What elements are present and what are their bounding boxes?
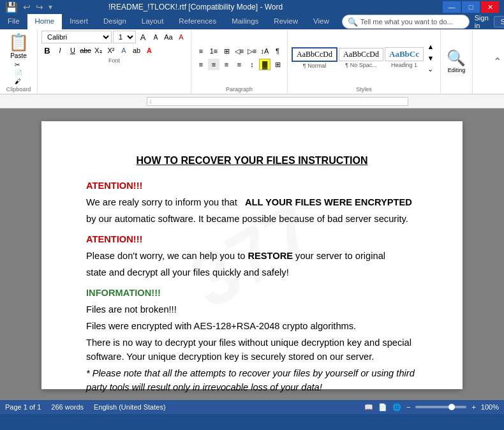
styles-group: AaBbCcDd ¶ Normal AaBbCcDd ¶ No Spac... … bbox=[288, 29, 441, 94]
title-bar-customize[interactable]: ▾ bbox=[48, 3, 52, 11]
font-group: Calibri 14 A A Aa A B I U abc X₂ X² A ab… bbox=[38, 29, 191, 94]
bold-button[interactable]: B bbox=[41, 45, 53, 56]
bullets-button[interactable]: ≡ bbox=[195, 45, 207, 57]
change-case-button[interactable]: Aa bbox=[163, 31, 174, 43]
tab-mailings[interactable]: Mailings bbox=[224, 14, 266, 29]
styles-expand[interactable]: ⌄ bbox=[425, 64, 436, 75]
font-grow-button[interactable]: A bbox=[137, 31, 149, 43]
zoom-slider[interactable] bbox=[415, 406, 466, 408]
cut-button[interactable]: ✂ bbox=[15, 61, 22, 68]
style-nospace-swatch[interactable]: AaBbCcDd bbox=[339, 48, 383, 61]
editing-label-top: Editing bbox=[448, 67, 466, 73]
tell-me-placeholder: Tell me what you want to do... bbox=[360, 18, 453, 26]
align-right-button[interactable]: ≡ bbox=[221, 59, 232, 70]
tab-view[interactable]: View bbox=[306, 14, 337, 29]
view-web-icon[interactable]: 🌐 bbox=[392, 403, 401, 411]
align-center-button[interactable]: ≡ bbox=[208, 59, 219, 70]
status-bar: Page 1 of 1 266 words English (United St… bbox=[0, 400, 504, 414]
styles-content: AaBbCcDd ¶ Normal AaBbCcDd ¶ No Spac... … bbox=[292, 31, 436, 85]
numbering-button[interactable]: 1≡ bbox=[208, 45, 219, 57]
tab-review[interactable]: Review bbox=[266, 14, 306, 29]
tab-design[interactable]: Design bbox=[96, 14, 134, 29]
font-shrink-button[interactable]: A bbox=[150, 31, 161, 43]
text-effect-button[interactable]: A bbox=[118, 45, 130, 56]
increase-indent-button[interactable]: ▷≡ bbox=[246, 45, 258, 57]
atention1-p1: We are realy sorry to inform you that AL… bbox=[86, 195, 418, 209]
paste-label: Paste bbox=[10, 52, 27, 59]
sort-button[interactable]: ↕A bbox=[259, 45, 271, 57]
borders-button[interactable]: ⊞ bbox=[272, 59, 283, 70]
ruler-mark: | bbox=[150, 98, 151, 104]
doc-title: HOW TO RECOVER YOUR FILES INSTRUCTION bbox=[86, 153, 418, 168]
multilevel-button[interactable]: ⊞ bbox=[221, 45, 232, 57]
style-nospace: AaBbCcDd ¶ No Spac... bbox=[339, 48, 383, 68]
document-content: HOW TO RECOVER YOUR FILES INSTRUCTION AT… bbox=[86, 153, 418, 400]
tab-insert[interactable]: Insert bbox=[62, 14, 96, 29]
tab-references[interactable]: References bbox=[171, 14, 224, 29]
paste-icon: 📋 bbox=[8, 33, 29, 52]
close-button[interactable]: ✕ bbox=[481, 1, 499, 13]
tab-home[interactable]: Home bbox=[27, 14, 63, 29]
ribbon-tabs: File Home Insert Design Layout Reference… bbox=[0, 14, 504, 29]
encrypted-bold: ALL YOUR FILES WERE ENCRYPTED bbox=[245, 197, 412, 207]
italic-button[interactable]: I bbox=[54, 45, 66, 56]
font-family-select[interactable]: Calibri bbox=[41, 31, 112, 43]
clear-format-button[interactable]: A bbox=[175, 31, 187, 43]
tab-file[interactable]: File bbox=[0, 14, 27, 29]
text-highlight-button[interactable]: ab bbox=[131, 45, 142, 56]
title-bar-controls: — □ ✕ bbox=[443, 1, 499, 13]
tab-layout[interactable]: Layout bbox=[134, 14, 172, 29]
clipboard-small-btns: ✂ 📄 🖌 bbox=[15, 61, 22, 85]
styles-scroll-down[interactable]: ▼ bbox=[425, 52, 436, 64]
show-marks-button[interactable]: ¶ bbox=[272, 45, 283, 57]
font-group-content: Calibri 14 A A Aa A B I U abc X₂ X² A ab… bbox=[41, 31, 187, 56]
styles-scroll-up[interactable]: ▲ bbox=[425, 41, 436, 52]
decrease-indent-button[interactable]: ◁≡ bbox=[233, 45, 245, 57]
paragraph-content: ≡ 1≡ ⊞ ◁≡ ▷≡ ↕A ¶ ≡ ≡ ≡ ≡ ↕ ▓ ⊞ bbox=[195, 31, 283, 85]
line-spacing-button[interactable]: ↕ bbox=[246, 59, 258, 70]
align-left-button[interactable]: ≡ bbox=[195, 59, 207, 70]
information-heading: INFORMATION!!! bbox=[86, 288, 161, 298]
shading-button[interactable]: ▓ bbox=[259, 59, 271, 70]
zoom-plus[interactable]: + bbox=[471, 403, 475, 411]
style-heading1-swatch[interactable]: AaBbCc bbox=[385, 47, 424, 61]
editing-group: 🔍 Editing bbox=[441, 29, 473, 94]
font-label: Font bbox=[108, 57, 120, 64]
view-print-icon[interactable]: 📄 bbox=[378, 403, 387, 411]
style-normal-swatch[interactable]: AaBbCcDd bbox=[292, 47, 337, 62]
styles-scroll: ▲ ▼ ⌄ bbox=[425, 41, 436, 75]
sign-in-link[interactable]: Sign in bbox=[475, 14, 489, 29]
paragraph-label: Paragraph bbox=[226, 86, 253, 93]
title-filename: !README_!TLOCK!.rtf [Compatibility Mode]… bbox=[108, 3, 283, 11]
style-heading1: AaBbCc Heading 1 bbox=[385, 47, 424, 68]
style-normal: AaBbCcDd ¶ Normal bbox=[292, 47, 337, 69]
font-color-button[interactable]: A bbox=[144, 45, 155, 56]
subscript-button[interactable]: X₂ bbox=[93, 45, 104, 56]
zoom-level: 100% bbox=[481, 403, 499, 411]
format-painter-button[interactable]: 🖌 bbox=[15, 78, 22, 85]
view-read-icon[interactable]: 📖 bbox=[364, 403, 373, 411]
strikethrough-button[interactable]: abc bbox=[80, 45, 91, 56]
zoom-minus[interactable]: − bbox=[406, 403, 410, 411]
restore-bold: RESTORE bbox=[248, 251, 293, 261]
document-page: 377 HOW TO RECOVER YOUR FILES INSTRUCTIO… bbox=[41, 121, 463, 389]
superscript-button[interactable]: X² bbox=[105, 45, 117, 56]
title-bar-undo[interactable]: ↩ bbox=[23, 2, 31, 12]
underline-button[interactable]: U bbox=[67, 45, 78, 56]
copy-button[interactable]: 📄 bbox=[15, 70, 22, 77]
share-button[interactable]: Share bbox=[494, 16, 504, 27]
font-size-select[interactable]: 14 bbox=[113, 31, 136, 43]
minimize-button[interactable]: — bbox=[443, 1, 461, 13]
justify-button[interactable]: ≡ bbox=[233, 59, 245, 70]
collapse-ribbon-button[interactable]: ⌃ bbox=[493, 56, 501, 68]
style-nospace-label: ¶ No Spac... bbox=[339, 62, 383, 68]
ribbon-collapse: ⌃ bbox=[493, 29, 504, 94]
atention2-p1: Please don't worry, we can help you to R… bbox=[86, 249, 418, 263]
tell-me-input[interactable]: 🔍 Tell me what you want to do... bbox=[342, 15, 470, 29]
ruler: | bbox=[147, 97, 408, 106]
language: English (United States) bbox=[94, 403, 166, 411]
maximize-button[interactable]: □ bbox=[462, 1, 480, 13]
document-area[interactable]: 377 HOW TO RECOVER YOUR FILES INSTRUCTIO… bbox=[0, 108, 504, 400]
paste-button[interactable]: 📋 Paste bbox=[4, 31, 33, 61]
title-bar-redo[interactable]: ↪ bbox=[36, 2, 43, 12]
